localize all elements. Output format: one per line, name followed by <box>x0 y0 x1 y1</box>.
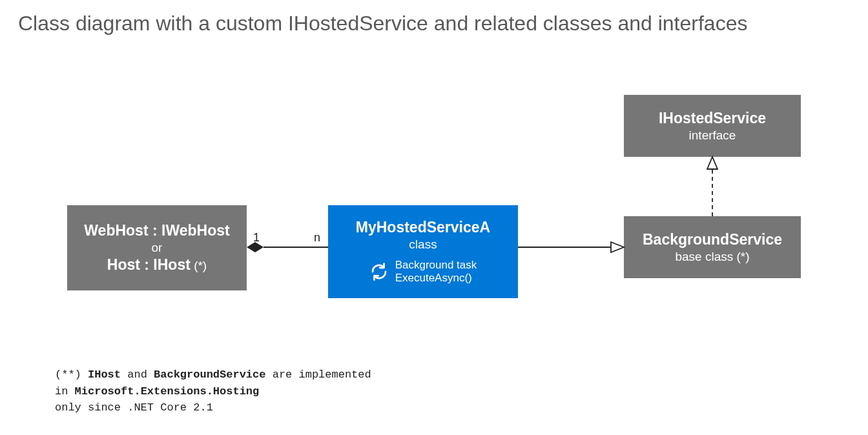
ihs-stereo: interface <box>689 128 736 143</box>
multiplicity-n: n <box>314 231 320 245</box>
webhost-box: WebHost : IWebHost or Host : IHost (*) <box>67 205 247 290</box>
myservice-stereo: class <box>409 237 437 252</box>
webhost-line1-text: WebHost : IWebHost <box>84 222 229 239</box>
realize-arrow <box>707 157 718 169</box>
refresh-icon <box>369 262 389 281</box>
inherit-arrow <box>611 242 624 252</box>
footnote-line2: in Microsoft.Extensions.Hosting <box>55 383 371 400</box>
myservice-name: MyHostedServiceA <box>356 218 490 237</box>
webhost-line3: Host : IHost (*) <box>107 256 207 274</box>
bgservice-stereo: base class (*) <box>675 249 749 265</box>
myservice-task-text: Background task ExecuteAsync() <box>395 259 477 285</box>
task-line1: Background task <box>395 259 477 272</box>
webhost-host: Host : IHost <box>107 256 191 273</box>
task-line2: ExecuteAsync() <box>395 272 477 285</box>
webhost-line1: WebHost : IWebHost <box>84 221 229 240</box>
bgservice-name: BackgroundService <box>643 230 782 249</box>
webhost-star: (*) <box>191 259 207 272</box>
ihostedservice-box: IHostedService interface <box>624 95 801 157</box>
fn-l2a: in <box>55 385 75 398</box>
fn-b2: BackgroundService <box>154 369 265 381</box>
webhost-or: or <box>152 240 163 256</box>
fn-mid2: are implemented <box>265 369 371 381</box>
myhostedservice-box: MyHostedServiceA class Background task E… <box>328 205 518 298</box>
footnote-line1: (**) IHost and BackgroundService are imp… <box>55 367 371 383</box>
multiplicity-one: 1 <box>253 231 260 245</box>
fn-mid1: and <box>121 369 154 381</box>
backgroundservice-box: BackgroundService base class (*) <box>624 216 801 278</box>
diagram-title: Class diagram with a custom IHostedServi… <box>18 12 747 35</box>
footnote-line3: only since .NET Core 2.1 <box>55 400 371 416</box>
fn-b3: Microsoft.Extensions.Hosting <box>75 385 260 398</box>
footnote: (**) IHost and BackgroundService are imp… <box>55 367 371 416</box>
fn-b1: IHost <box>88 369 121 381</box>
fn-prefix: (**) <box>55 369 88 381</box>
myservice-task-row: Background task ExecuteAsync() <box>369 259 477 285</box>
ihs-name: IHostedService <box>659 109 766 128</box>
